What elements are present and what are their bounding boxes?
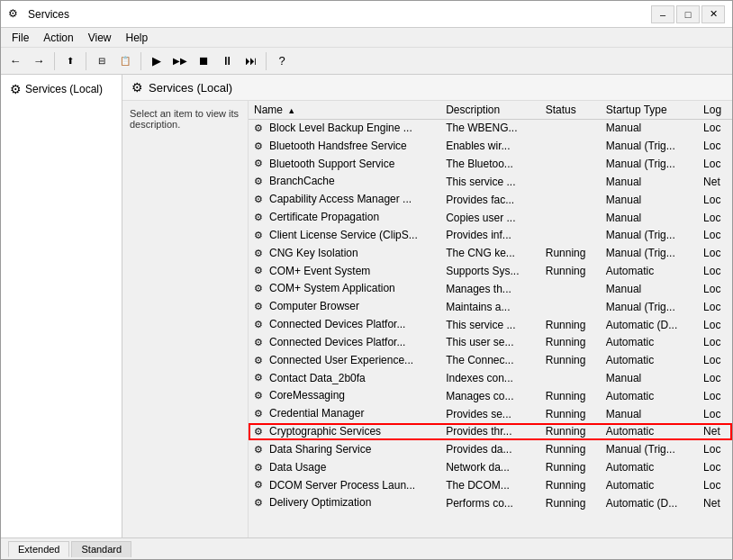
service-icon: ⚙ [254, 158, 267, 170]
show-hide-button[interactable]: ⊟ [91, 51, 113, 71]
tab-extended[interactable]: Extended [8, 541, 69, 557]
table-row[interactable]: ⚙Connected Devices Platfor...This servic… [249, 316, 732, 334]
table-row[interactable]: ⚙Connected Devices Platfor...This user s… [249, 333, 732, 351]
table-header-row: Name ▲ Description Status [249, 101, 732, 120]
cell-status: Running [540, 262, 601, 280]
table-row[interactable]: ⚙Block Level Backup Engine ...The WBENG.… [249, 120, 732, 138]
sort-arrow-name: ▲ [287, 106, 295, 115]
cell-log: Loc [698, 458, 732, 476]
start-service2-button[interactable]: ▶▶ [169, 51, 191, 71]
table-row[interactable]: ⚙Credential ManagerProvides se...Running… [249, 405, 732, 423]
table-row[interactable]: ⚙Connected User Experience...The Connec.… [249, 351, 732, 369]
service-icon: ⚙ [254, 337, 267, 349]
help-button[interactable]: ? [271, 51, 293, 71]
menu-file[interactable]: File [5, 30, 36, 46]
sidebar: ⚙ Services (Local) [1, 75, 122, 537]
cell-name: ⚙COM+ Event System [249, 262, 440, 280]
tab-standard[interactable]: Standard [71, 541, 131, 557]
cell-description: This service ... [440, 316, 540, 334]
cell-description: Maintains a... [440, 298, 540, 316]
sidebar-item-label: Services (Local) [25, 83, 103, 95]
table-row[interactable]: ⚙BranchCacheThis service ...ManualNet [249, 173, 732, 191]
menu-view[interactable]: View [81, 30, 119, 46]
cell-status: Running [540, 333, 601, 351]
service-icon: ⚙ [254, 122, 267, 135]
pause-service-button[interactable]: ⏸ [216, 51, 238, 71]
cell-description: Manages co... [440, 387, 540, 405]
cell-status: Running [540, 458, 601, 476]
col-header-log[interactable]: Log [698, 101, 732, 120]
cell-startup: Manual (Trig... [601, 155, 698, 173]
cell-description: Provides se... [440, 405, 540, 423]
cell-name: ⚙COM+ System Application [249, 280, 440, 298]
col-header-name[interactable]: Name ▲ [249, 101, 440, 120]
table-row[interactable]: ⚙CoreMessagingManages co...RunningAutoma… [249, 387, 732, 405]
table-row[interactable]: ⚙Cryptographic ServicesProvides thr...Ru… [249, 423, 732, 441]
cell-description: Provides thr... [440, 423, 540, 441]
table-row[interactable]: ⚙Bluetooth Handsfree ServiceEnables wir.… [249, 137, 732, 155]
table-row[interactable]: ⚙CNG Key IsolationThe CNG ke...RunningMa… [249, 244, 732, 262]
table-row[interactable]: ⚙Contact Data_2b0faIndexes con...ManualL… [249, 369, 732, 387]
service-icon: ⚙ [254, 194, 267, 206]
menu-action[interactable]: Action [36, 30, 80, 46]
table-row[interactable]: ⚙Client License Service (ClipS...Provide… [249, 226, 732, 244]
title-bar-controls: – □ ✕ [651, 5, 725, 23]
table-row[interactable]: ⚙DCOM Server Process Laun...The DCOM...R… [249, 476, 732, 494]
cell-log: Loc [698, 369, 732, 387]
services-table: Name ▲ Description Status [249, 101, 732, 512]
start-service-button[interactable]: ▶ [146, 51, 167, 71]
forward-button[interactable]: → [28, 51, 50, 71]
maximize-button[interactable]: □ [676, 5, 700, 23]
table-row[interactable]: ⚙Computer BrowserMaintains a...Manual (T… [249, 298, 732, 316]
back-button[interactable]: ← [5, 51, 26, 71]
table-row[interactable]: ⚙Capability Access Manager ...Provides f… [249, 191, 732, 209]
close-button[interactable]: ✕ [701, 5, 725, 23]
up-button[interactable]: ⬆ [59, 51, 81, 71]
cell-status [540, 137, 601, 155]
properties-button[interactable]: 📋 [114, 51, 136, 71]
cell-name: ⚙Block Level Backup Engine ... [249, 120, 440, 138]
restart-service-button[interactable]: ⏭ [240, 51, 261, 71]
table-row[interactable]: ⚙COM+ Event SystemSupports Sys...Running… [249, 262, 732, 280]
cell-name: ⚙DCOM Server Process Laun... [249, 476, 440, 494]
cell-description: Provides da... [440, 440, 540, 458]
col-header-startup[interactable]: Startup Type [601, 101, 698, 120]
toolbar: ← → ⬆ ⊟ 📋 ▶ ▶▶ ⏹ ⏸ ⏭ ? [1, 48, 732, 75]
cell-log: Loc [698, 137, 732, 155]
menu-help[interactable]: Help [119, 30, 156, 46]
table-row[interactable]: ⚙Data Sharing ServiceProvides da...Runni… [249, 440, 732, 458]
cell-name: ⚙CNG Key Isolation [249, 244, 440, 262]
minimize-button[interactable]: – [651, 5, 674, 23]
menu-bar: File Action View Help [1, 28, 732, 48]
cell-description: Provides fac... [440, 191, 540, 209]
table-row[interactable]: ⚙Delivery OptimizationPerforms co...Runn… [249, 494, 732, 512]
table-row[interactable]: ⚙Data UsageNetwork da...RunningAutomatic… [249, 458, 732, 476]
cell-name: ⚙BranchCache [249, 173, 440, 191]
col-header-status[interactable]: Status [540, 101, 601, 120]
cell-startup: Manual [601, 173, 698, 191]
cell-description: Supports Sys... [440, 262, 540, 280]
stop-service-button[interactable]: ⏹ [193, 51, 214, 71]
service-icon: ⚙ [254, 462, 267, 474]
table-row[interactable]: ⚙Bluetooth Support ServiceThe Bluetoo...… [249, 155, 732, 173]
cell-log: Net [698, 173, 732, 191]
cell-description: Enables wir... [440, 137, 540, 155]
cell-startup: Automatic [601, 387, 698, 405]
window-icon: ⚙ [8, 7, 23, 22]
table-area[interactable]: Name ▲ Description Status [249, 101, 732, 537]
sidebar-item-services-local[interactable]: ⚙ Services (Local) [5, 78, 118, 100]
cell-log: Loc [698, 280, 732, 298]
cell-startup: Manual [601, 369, 698, 387]
cell-log: Loc [698, 209, 732, 227]
cell-log: Loc [698, 155, 732, 173]
col-header-description[interactable]: Description [440, 101, 540, 120]
cell-log: Loc [698, 262, 732, 280]
table-row[interactable]: ⚙Certificate PropagationCopies user ...M… [249, 209, 732, 227]
cell-description: Manages th... [440, 280, 540, 298]
table-row[interactable]: ⚙COM+ System ApplicationManages th...Man… [249, 280, 732, 298]
content-header-icon: ⚙ [131, 80, 143, 95]
service-icon: ⚙ [254, 230, 267, 242]
cell-log: Loc [698, 440, 732, 458]
cell-startup: Automatic [601, 333, 698, 351]
cell-status [540, 173, 601, 191]
